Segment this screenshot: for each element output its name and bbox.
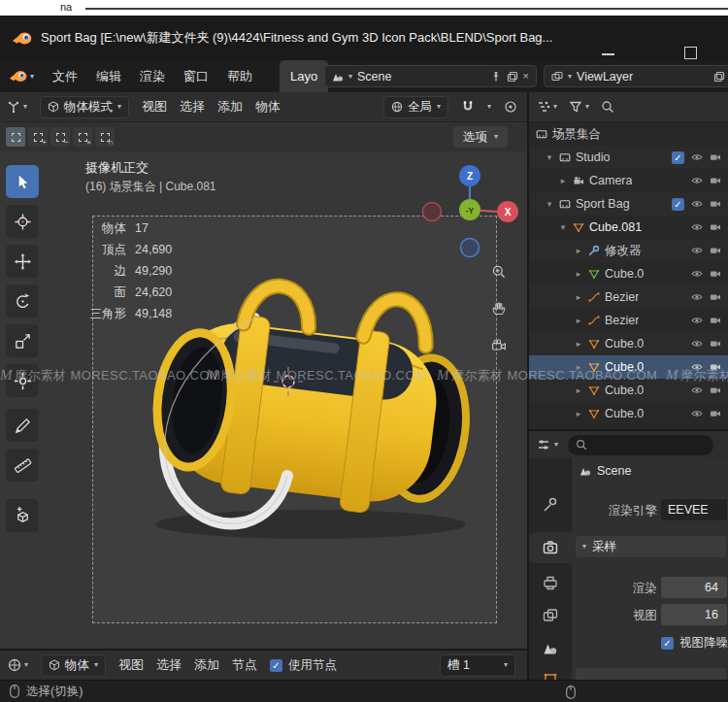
menu-add[interactable]: 添加: [194, 656, 219, 674]
eye-icon[interactable]: [691, 315, 703, 326]
shader-type-dropdown[interactable]: 物体 ▾: [41, 654, 106, 677]
tool-annotate[interactable]: [6, 409, 39, 442]
tab-render[interactable]: [543, 540, 558, 555]
outliner-row-cube-child-4[interactable]: ▸ Cube.0: [529, 402, 728, 425]
maximize-button[interactable]: [684, 47, 697, 59]
tool-cursor-3d[interactable]: [6, 205, 39, 238]
tab-object[interactable]: [543, 672, 558, 680]
disclosure-icon[interactable]: ▸: [558, 176, 568, 185]
camera-visibility-icon[interactable]: [710, 315, 721, 326]
denoise-checkbox[interactable]: ✓: [661, 637, 674, 650]
render-samples-field[interactable]: 64: [661, 577, 727, 598]
blender-app-menu-button[interactable]: ▾: [9, 70, 34, 83]
select-mode-invert[interactable]: ×: [73, 127, 92, 147]
minimize-button[interactable]: [602, 53, 614, 55]
disclosure-icon[interactable]: ▸: [574, 269, 583, 279]
camera-visibility-icon[interactable]: [710, 384, 721, 396]
camera-visibility-icon[interactable]: [710, 198, 721, 210]
menu-help[interactable]: 帮助: [227, 68, 252, 85]
camera-visibility-icon[interactable]: [710, 408, 721, 419]
select-mode-new[interactable]: [6, 127, 25, 147]
viewport-samples-field[interactable]: 16: [661, 604, 727, 625]
new-copy-icon[interactable]: [507, 71, 518, 83]
options-dropdown[interactable]: 选项 ▾: [453, 126, 508, 148]
orientation-dropdown[interactable]: 全局 ▾: [383, 96, 448, 118]
eye-icon[interactable]: [691, 408, 703, 419]
engine-dropdown[interactable]: EEVEE: [661, 499, 727, 520]
outliner-row-studio[interactable]: ▾ Studio ✓: [529, 146, 728, 169]
outliner-row-bezier-1[interactable]: ▸ Bezier: [529, 285, 728, 309]
search-icon[interactable]: [601, 100, 614, 114]
scene-selector[interactable]: ▾ Scene ×: [324, 65, 537, 87]
disclosure-icon[interactable]: ▸: [574, 409, 583, 418]
eye-icon[interactable]: [691, 384, 703, 396]
proportional-editing-icon[interactable]: [504, 100, 517, 114]
tool-select-box[interactable]: [6, 165, 39, 198]
sampling-section-header[interactable]: ▾ 采样: [576, 536, 726, 557]
zoom-button[interactable]: [491, 264, 507, 280]
select-mode-subtract[interactable]: −: [50, 127, 70, 147]
disclosure-icon[interactable]: ▸: [574, 385, 583, 395]
viewlayer-selector[interactable]: ▾ ViewLayer: [544, 65, 728, 87]
disclosure-icon[interactable]: ▸: [574, 316, 583, 325]
camera-visibility-icon[interactable]: [710, 151, 721, 163]
gizmo-neg-z-axis[interactable]: [461, 239, 480, 257]
select-mode-extend[interactable]: +: [28, 127, 48, 147]
outliner-row-sport-bag[interactable]: ▾ Sport Bag ✓: [529, 192, 728, 216]
slot-dropdown[interactable]: 槽 1 ▾: [440, 654, 515, 677]
eye-icon[interactable]: [691, 361, 703, 373]
properties-editor-icon[interactable]: [537, 438, 550, 451]
menu-select[interactable]: 选择: [180, 98, 205, 116]
outliner-row-bezier-2[interactable]: ▸ Bezier: [529, 309, 728, 332]
next-section-header-partial[interactable]: [576, 668, 726, 680]
disclosure-icon[interactable]: ▸: [574, 292, 583, 302]
new-copy-icon[interactable]: [713, 71, 725, 83]
camera-visibility-icon[interactable]: [710, 175, 721, 186]
tool-rotate[interactable]: [6, 284, 39, 318]
menu-window[interactable]: 窗口: [183, 68, 209, 85]
outliner-row-scene-collection[interactable]: 场景集合: [529, 122, 728, 146]
disclosure-icon[interactable]: ▸: [574, 362, 583, 372]
outliner-row-modifiers[interactable]: ▸ 修改器: [529, 239, 728, 262]
tool-transform[interactable]: [6, 364, 39, 397]
navigation-gizmo[interactable]: Z X -Y: [415, 159, 524, 268]
outliner-row-camera[interactable]: ▸ Camera: [529, 169, 728, 192]
disclosure-icon[interactable]: ▾: [545, 199, 554, 209]
outliner-row-cube-child-1[interactable]: ▸ Cube.0: [529, 332, 728, 355]
tool-move[interactable]: [6, 245, 39, 278]
eye-icon[interactable]: [691, 198, 703, 210]
camera-visibility-icon[interactable]: [710, 361, 721, 373]
disclosure-icon[interactable]: ▾: [545, 152, 554, 162]
use-nodes-checkbox[interactable]: ✓: [270, 659, 282, 672]
outliner-row-mesh-data[interactable]: ▸ Cube.0: [529, 262, 728, 285]
camera-view-button[interactable]: [491, 338, 507, 353]
tab-scene[interactable]: [543, 641, 558, 656]
collection-checkbox[interactable]: ✓: [672, 151, 684, 164]
mode-dropdown[interactable]: 物体模式 ▾: [40, 96, 129, 118]
menu-view[interactable]: 视图: [142, 98, 167, 116]
outliner-row-cube-081[interactable]: ▾ Cube.081: [529, 216, 728, 239]
editor-type-button[interactable]: ▾: [7, 100, 27, 114]
viewport-3d[interactable]: + − × ∩ 选项 ▾ 摄像机正交 (16) 场景集合 | Cube.081 …: [0, 122, 527, 649]
outliner-row-cube-child-2-active[interactable]: ▸ Cube.0: [529, 355, 728, 379]
menu-edit[interactable]: 编辑: [96, 68, 121, 85]
properties-breadcrumb[interactable]: Scene: [579, 464, 631, 478]
disclosure-icon[interactable]: ▸: [574, 246, 583, 255]
snap-options-dropdown[interactable]: ▾: [487, 103, 491, 111]
unlink-icon[interactable]: ×: [523, 71, 529, 82]
eye-icon[interactable]: [691, 221, 703, 233]
workspace-tab-layout[interactable]: Layo: [280, 60, 328, 92]
menu-file[interactable]: 文件: [52, 68, 78, 85]
eye-icon[interactable]: [691, 268, 703, 280]
camera-visibility-icon[interactable]: [710, 291, 721, 303]
outliner-row-cube-child-3[interactable]: ▸ Cube.0: [529, 379, 728, 402]
pan-button[interactable]: [491, 301, 507, 317]
menu-node[interactable]: 节点: [232, 656, 257, 674]
gizmo-neg-x-axis[interactable]: [423, 203, 442, 221]
shader-editor-type-button[interactable]: ▾: [8, 658, 28, 672]
collection-checkbox[interactable]: ✓: [672, 198, 684, 211]
menu-select[interactable]: 选择: [156, 656, 182, 674]
eye-icon[interactable]: [691, 338, 703, 350]
tool-scale[interactable]: [6, 324, 39, 357]
disclosure-icon[interactable]: ▾: [558, 222, 568, 232]
